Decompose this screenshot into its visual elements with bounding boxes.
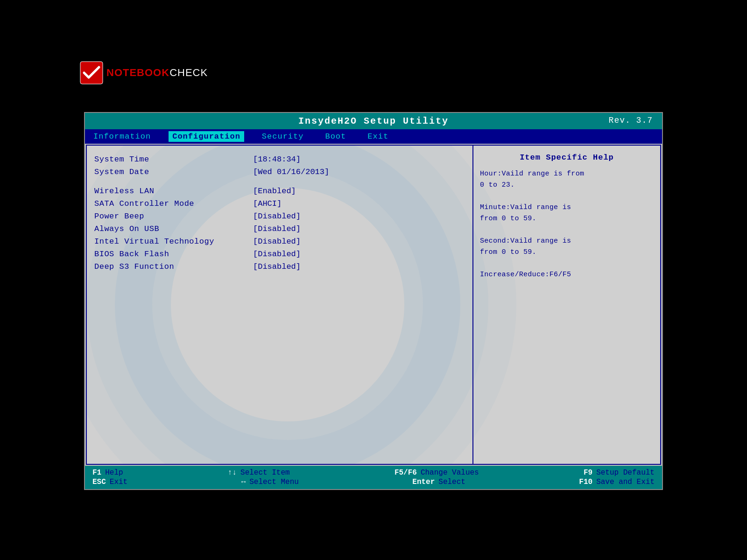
menu-item-information[interactable]: Information [90, 131, 155, 142]
footer-key-lr-arrows: ↔ [241, 478, 246, 486]
row-deep-s3-value: [Disabled] [253, 262, 301, 271]
row-intel-vt[interactable]: Intel Virtual Technology [Disabled] [94, 237, 465, 246]
row-sata-value: [AHCI] [253, 199, 282, 208]
help-text: Hour:Vaild range is from 0 to 23. Minute… [480, 168, 654, 280]
row-system-time[interactable]: System Time [18:48:34] [94, 155, 465, 164]
bios-screen: InsydeH2O Setup Utility Rev. 3.7 Informa… [84, 112, 663, 490]
footer-group-f10: F10 Save and Exit [579, 478, 655, 486]
bios-left-panel: System Time [18:48:34] System Date [Wed … [87, 146, 473, 464]
footer-desc-select-item: Select Item [240, 469, 290, 477]
logo-suffix: CHECK [169, 67, 208, 79]
row-intel-vt-label: Intel Virtual Technology [94, 237, 253, 246]
help-line-9: Increase/Reduce:F6/F5 [480, 271, 571, 279]
menu-item-boot[interactable]: Boot [321, 131, 350, 142]
footer-group-f5f6: F5/F6 Change Values [395, 469, 479, 477]
row-system-date[interactable]: System Date [Wed 01/16/2013] [94, 168, 465, 176]
footer-desc-save-exit: Save and Exit [596, 478, 655, 486]
row-wireless-lan-value: [Enabled] [253, 187, 296, 196]
bios-revision: Rev. 3.7 [609, 116, 653, 125]
bios-footer: F1 Help ↑↓ Select Item F5/F6 Change Valu… [85, 466, 662, 489]
footer-desc-select: Select [438, 478, 465, 486]
row-bios-back-flash[interactable]: BIOS Back Flash [Disabled] [94, 250, 465, 259]
notebookcheck-logo-icon [79, 61, 104, 85]
help-line-4: from 0 to 59. [480, 215, 536, 223]
footer-desc-select-menu: Select Menu [249, 478, 299, 486]
row-spacer [94, 180, 465, 187]
help-line-1: 0 to 23. [480, 181, 514, 189]
row-power-beep-label: Power Beep [94, 212, 253, 221]
bios-main-content: System Time [18:48:34] System Date [Wed … [86, 145, 661, 465]
footer-group-f9: F9 Setup Default [584, 469, 655, 477]
row-system-time-label: System Time [94, 155, 253, 164]
footer-row-2: ESC Exit ↔ Select Menu Enter Select F10 … [92, 478, 655, 486]
bios-title: InsydeH2O Setup Utility [298, 116, 449, 126]
footer-key-f9: F9 [584, 469, 592, 477]
row-sata-controller[interactable]: SATA Controller Mode [AHCI] [94, 199, 465, 208]
bios-title-bar: InsydeH2O Setup Utility Rev. 3.7 [85, 113, 662, 129]
row-always-on-usb-value: [Disabled] [253, 224, 301, 233]
footer-group-f1: F1 Help [92, 469, 123, 477]
row-deep-s3-label: Deep S3 Function [94, 262, 253, 271]
footer-desc-help: Help [105, 469, 123, 477]
footer-key-enter: Enter [412, 478, 435, 486]
row-power-beep[interactable]: Power Beep [Disabled] [94, 212, 465, 221]
footer-key-esc: ESC [92, 478, 106, 486]
help-line-7: from 0 to 59. [480, 248, 536, 256]
menu-item-configuration[interactable]: Configuration [169, 131, 244, 142]
row-wireless-lan[interactable]: Wireless LAN [Enabled] [94, 187, 465, 196]
help-title: Item Specific Help [480, 153, 654, 162]
row-deep-s3-function[interactable]: Deep S3 Function [Disabled] [94, 262, 465, 271]
footer-key-f5f6: F5/F6 [395, 469, 417, 477]
row-bios-back-flash-value: [Disabled] [253, 250, 301, 259]
outer-wrapper: NOTEBOOK CHECK InsydeH2O Setup Utility R… [75, 56, 672, 504]
help-line-0: Hour:Vaild range is from [480, 170, 584, 178]
footer-desc-exit: Exit [110, 478, 127, 486]
row-power-beep-value: [Disabled] [253, 212, 301, 221]
row-system-date-label: System Date [94, 168, 253, 176]
row-system-date-value: [Wed 01/16/2013] [253, 168, 329, 176]
footer-key-f1: F1 [92, 469, 101, 477]
row-intel-vt-value: [Disabled] [253, 237, 301, 246]
footer-rows: F1 Help ↑↓ Select Item F5/F6 Change Valu… [92, 469, 655, 486]
row-sata-label: SATA Controller Mode [94, 199, 253, 208]
footer-key-arrows: ↑↓ [228, 469, 237, 477]
footer-group-esc: ESC Exit [92, 478, 127, 486]
help-line-3: Minute:Vaild range is [480, 203, 571, 211]
footer-group-arrows: ↑↓ Select Item [228, 469, 290, 477]
footer-desc-setup-default: Setup Default [596, 469, 655, 477]
menu-item-security[interactable]: Security [258, 131, 308, 142]
menu-item-exit[interactable]: Exit [364, 131, 392, 142]
footer-desc-change-values: Change Values [421, 469, 479, 477]
footer-group-enter: Enter Select [412, 478, 465, 486]
footer-row-1: F1 Help ↑↓ Select Item F5/F6 Change Valu… [92, 469, 655, 477]
row-wireless-lan-label: Wireless LAN [94, 187, 253, 196]
bios-menu-bar: Information Configuration Security Boot … [85, 129, 662, 144]
footer-group-lr-arrows: ↔ Select Menu [241, 478, 299, 486]
row-always-on-usb[interactable]: Always On USB [Disabled] [94, 224, 465, 233]
bios-right-panel: Item Specific Help Hour:Vaild range is f… [473, 146, 660, 464]
logo-brand: NOTEBOOK [106, 67, 169, 79]
logo: NOTEBOOK CHECK [79, 61, 208, 85]
footer-key-f10: F10 [579, 478, 592, 486]
row-always-on-usb-label: Always On USB [94, 224, 253, 233]
row-bios-back-flash-label: BIOS Back Flash [94, 250, 253, 259]
help-line-6: Second:Vaild range is [480, 237, 571, 245]
row-system-time-value: [18:48:34] [253, 155, 301, 164]
